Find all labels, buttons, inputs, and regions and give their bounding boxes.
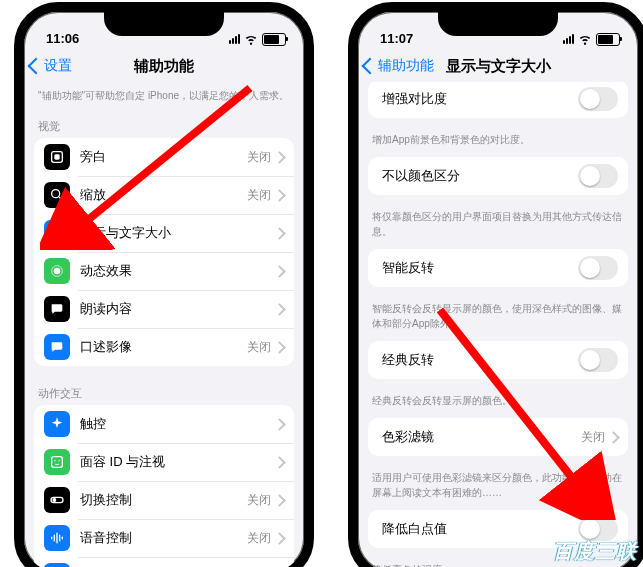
back-button[interactable]: 设置 xyxy=(30,48,72,84)
row-label: 动态效果 xyxy=(80,262,275,280)
audio-desc-icon xyxy=(44,334,70,360)
wifi-icon xyxy=(578,32,592,46)
chevron-left-icon xyxy=(362,58,379,75)
chevron-right-icon xyxy=(273,532,286,545)
svg-point-6 xyxy=(54,268,61,275)
chevron-right-icon xyxy=(273,456,286,469)
text-size-icon: AA xyxy=(44,220,70,246)
row-switch-control[interactable]: 切换控制 关闭 xyxy=(34,481,294,519)
faceid-icon xyxy=(44,449,70,475)
row-label: 色彩滤镜 xyxy=(382,428,581,446)
speech-icon xyxy=(44,296,70,322)
wifi-icon xyxy=(244,32,258,46)
switch-control-icon xyxy=(44,487,70,513)
back-button[interactable]: 辅助功能 xyxy=(364,48,434,84)
chevron-left-icon xyxy=(28,58,45,75)
svg-rect-13 xyxy=(51,537,52,540)
motion-icon xyxy=(44,258,70,284)
chevron-right-icon xyxy=(273,418,286,431)
svg-line-3 xyxy=(59,197,62,200)
row-label: 口述影像 xyxy=(80,338,247,356)
row-label: 缩放 xyxy=(80,186,247,204)
notch xyxy=(438,10,558,36)
section-header-vision: 视觉 xyxy=(24,113,304,138)
svg-rect-1 xyxy=(54,154,59,159)
nav-bar: 设置 辅助功能 xyxy=(24,48,304,84)
row-note: 增加App前景色和背景色的对比度。 xyxy=(358,132,638,157)
row-touch[interactable]: 触控 xyxy=(34,405,294,443)
row-spoken-content[interactable]: 朗读内容 xyxy=(34,290,294,328)
battery-icon xyxy=(596,33,620,46)
side-button-icon xyxy=(44,563,70,567)
row-smart-invert[interactable]: 智能反转 xyxy=(368,249,628,287)
row-label: 智能反转 xyxy=(382,259,578,277)
chevron-right-icon xyxy=(273,265,286,278)
row-label: 触控 xyxy=(80,415,275,433)
row-value: 关闭 xyxy=(247,339,271,356)
row-label: 切换控制 xyxy=(80,491,247,509)
back-label: 设置 xyxy=(44,57,72,75)
row-label: 语音控制 xyxy=(80,529,247,547)
row-label: 经典反转 xyxy=(382,351,578,369)
row-value: 关闭 xyxy=(247,530,271,547)
chevron-right-icon xyxy=(607,431,620,444)
svg-rect-14 xyxy=(54,535,55,542)
row-differentiate-without-color[interactable]: 不以颜色区分 xyxy=(368,157,628,195)
row-label: 增强对比度 xyxy=(382,90,578,108)
row-color-filters[interactable]: 色彩滤镜 关闭 xyxy=(368,418,628,456)
row-motion[interactable]: 动态效果 xyxy=(34,252,294,290)
row-voiceover[interactable]: 旁白 关闭 xyxy=(34,138,294,176)
signal-icon xyxy=(229,34,240,44)
row-value: 关闭 xyxy=(581,429,605,446)
toggle-increase-contrast[interactable] xyxy=(578,87,618,111)
notch xyxy=(104,10,224,36)
svg-point-12 xyxy=(52,498,56,502)
svg-point-10 xyxy=(58,460,59,461)
chevron-right-icon xyxy=(273,151,286,164)
nav-bar: 辅助功能 显示与文字大小 xyxy=(358,48,638,84)
toggle-smart-invert[interactable] xyxy=(578,256,618,280)
chevron-right-icon xyxy=(273,494,286,507)
page-title: 辅助功能 xyxy=(134,57,194,76)
row-label: 朗读内容 xyxy=(80,300,275,318)
row-faceid[interactable]: 面容 ID 与注视 xyxy=(34,443,294,481)
chevron-right-icon xyxy=(273,189,286,202)
chevron-right-icon xyxy=(273,303,286,316)
row-value: 关闭 xyxy=(247,149,271,166)
row-side-button[interactable]: 侧边按钮 xyxy=(34,557,294,567)
row-voice-control[interactable]: 语音控制 关闭 xyxy=(34,519,294,557)
motion-group: 触控 面容 ID 与注视 切换控制 关闭 xyxy=(34,405,294,567)
row-increase-contrast[interactable]: 增强对比度 xyxy=(368,82,628,118)
watermark: 百度三联 xyxy=(553,538,637,565)
row-classic-invert[interactable]: 经典反转 xyxy=(368,341,628,379)
toggle-classic-invert[interactable] xyxy=(578,348,618,372)
status-time: 11:06 xyxy=(46,31,79,46)
battery-icon xyxy=(262,33,286,46)
status-time: 11:07 xyxy=(380,31,413,46)
svg-text:A: A xyxy=(58,231,62,237)
voice-control-icon xyxy=(44,525,70,551)
row-zoom[interactable]: 缩放 关闭 xyxy=(34,176,294,214)
zoom-icon xyxy=(44,182,70,208)
row-note: 适用用户可使用色彩滤镜来区分颜色，此功能还可帮助在屏幕上阅读文本有困难的…… xyxy=(358,470,638,510)
svg-rect-15 xyxy=(56,533,57,544)
toggle-diff-color[interactable] xyxy=(578,164,618,188)
row-label: 面容 ID 与注视 xyxy=(80,453,275,471)
vision-group: 旁白 关闭 缩放 关闭 AA 显示与文字大小 xyxy=(34,138,294,366)
svg-point-9 xyxy=(54,460,55,461)
page-title: 显示与文字大小 xyxy=(446,57,551,76)
row-label: 不以颜色区分 xyxy=(382,167,578,185)
row-audio-descriptions[interactable]: 口述影像 关闭 xyxy=(34,328,294,366)
svg-rect-8 xyxy=(52,457,63,468)
row-note: 将仅靠颜色区分的用户界面项目替换为用其他方式传达信息。 xyxy=(358,209,638,249)
row-note: 经典反转会反转显示屏的颜色。 xyxy=(358,393,638,418)
row-value: 关闭 xyxy=(247,187,271,204)
row-value: 关闭 xyxy=(247,492,271,509)
section-header-motion: 动作交互 xyxy=(24,380,304,405)
row-label: 显示与文字大小 xyxy=(80,224,275,242)
row-label: 降低白点值 xyxy=(382,520,578,538)
touch-icon xyxy=(44,411,70,437)
row-label: 旁白 xyxy=(80,148,247,166)
voiceover-icon xyxy=(44,144,70,170)
row-display-text-size[interactable]: AA 显示与文字大小 xyxy=(34,214,294,252)
